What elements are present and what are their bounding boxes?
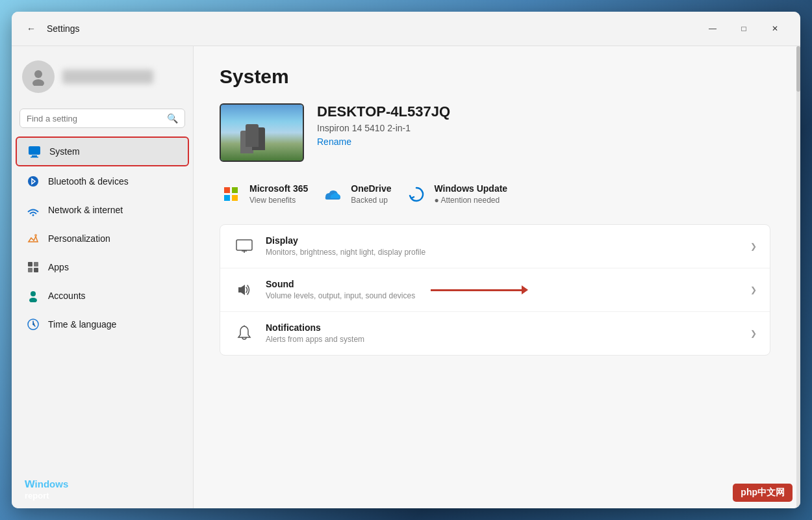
device-image — [220, 103, 304, 162]
settings-card: Display Monitors, brightness, night ligh… — [220, 224, 770, 356]
php-badge: php中文网 — [733, 484, 793, 502]
network-icon — [26, 203, 40, 217]
display-icon — [233, 235, 255, 257]
apps-icon — [26, 260, 40, 274]
sidebar-item-label-personalization: Personalization — [48, 233, 110, 244]
svg-rect-16 — [236, 240, 252, 250]
svg-point-1 — [32, 79, 44, 86]
sidebar-item-accounts[interactable]: Accounts — [16, 282, 189, 309]
sound-arrow-annotation — [431, 285, 528, 294]
svg-point-12 — [31, 291, 36, 296]
winupdate-icon — [405, 183, 428, 206]
device-info: DESKTOP-4L537JQ Inspiron 14 5410 2-in-1 … — [317, 103, 450, 148]
notifications-icon — [233, 322, 255, 344]
sidebar-item-network[interactable]: Network & internet — [16, 196, 189, 224]
sidebar-item-label-accounts: Accounts — [48, 291, 86, 301]
svg-point-13 — [29, 298, 37, 302]
search-icon: 🔍 — [167, 113, 178, 124]
quick-links: Microsoft 365 View benefits OneDrive Bac… — [220, 180, 770, 209]
sidebar-item-label-network: Network & internet — [48, 205, 123, 215]
sound-icon — [233, 279, 255, 301]
winupdate-text: Windows Update ● Attention needed — [435, 183, 508, 205]
maximize-button[interactable]: □ — [729, 18, 759, 39]
svg-rect-11 — [34, 268, 38, 272]
settings-item-sound[interactable]: Sound Volume levels, output, input, soun… — [220, 268, 770, 312]
device-name: DESKTOP-4L537JQ — [317, 103, 450, 120]
content-area: System DESKTOP-4L537JQ Inspiron 14 5410 … — [194, 46, 796, 508]
svg-rect-2 — [29, 146, 40, 155]
back-button[interactable]: ← — [22, 20, 40, 38]
svg-marker-19 — [238, 285, 245, 295]
window-title: Settings — [47, 23, 80, 34]
sidebar-item-time[interactable]: Time & language — [16, 311, 189, 338]
scrollbar[interactable] — [796, 46, 800, 508]
window-controls: — □ ✕ — [698, 18, 790, 39]
ms365-text: Microsoft 365 View benefits — [249, 183, 308, 205]
search-box[interactable]: 🔍 — [19, 109, 185, 128]
scrollbar-thumb[interactable] — [796, 46, 800, 92]
sound-chevron: ❯ — [750, 285, 757, 294]
sidebar-item-label-system: System — [49, 146, 80, 157]
sidebar-item-label-bluetooth: Bluetooth & devices — [48, 176, 129, 187]
display-chevron: ❯ — [750, 242, 757, 251]
personalization-icon — [26, 231, 40, 246]
notifications-text: Notifications Alerts from apps and syste… — [266, 322, 364, 344]
settings-item-display[interactable]: Display Monitors, brightness, night ligh… — [220, 225, 770, 268]
notifications-chevron: ❯ — [750, 329, 757, 338]
sidebar-item-personalization[interactable]: Personalization — [16, 225, 189, 252]
quick-link-ms365[interactable]: Microsoft 365 View benefits — [220, 180, 308, 209]
svg-rect-8 — [28, 262, 32, 266]
settings-window: ← Settings — □ ✕ 🔍 — [12, 12, 800, 508]
accounts-icon — [26, 289, 40, 303]
onedrive-icon — [321, 183, 344, 206]
rename-link[interactable]: Rename — [317, 136, 351, 147]
svg-point-6 — [32, 214, 34, 216]
page-title: System — [220, 66, 770, 88]
svg-point-0 — [34, 70, 42, 78]
device-model: Inspiron 14 5410 2-in-1 — [317, 123, 450, 133]
settings-item-notifications[interactable]: Notifications Alerts from apps and syste… — [220, 312, 770, 355]
user-section — [12, 53, 193, 103]
sidebar-item-label-time: Time & language — [48, 319, 116, 330]
svg-rect-10 — [28, 268, 32, 272]
user-name — [62, 70, 153, 84]
windows-report-logo: windows report — [25, 476, 68, 501]
sound-text: Sound Volume levels, output, input, soun… — [266, 279, 415, 301]
search-input[interactable] — [27, 114, 162, 124]
sidebar-item-apps[interactable]: Apps — [16, 254, 189, 281]
time-icon — [26, 317, 40, 332]
system-icon — [27, 144, 42, 159]
main-area: 🔍 System — [12, 46, 800, 508]
quick-link-winupdate[interactable]: Windows Update ● Attention needed — [405, 180, 508, 209]
avatar — [22, 60, 55, 93]
svg-point-7 — [34, 234, 37, 237]
svg-point-5 — [28, 176, 38, 187]
display-text: Display Monitors, brightness, night ligh… — [266, 235, 425, 257]
onedrive-text: OneDrive Backed up — [351, 183, 391, 205]
titlebar: ← Settings — □ ✕ — [12, 12, 800, 46]
close-button[interactable]: ✕ — [760, 18, 790, 39]
bluetooth-icon — [26, 174, 40, 188]
sidebar-item-label-apps: Apps — [48, 262, 69, 272]
quick-link-onedrive[interactable]: OneDrive Backed up — [321, 180, 391, 209]
sidebar-item-bluetooth[interactable]: Bluetooth & devices — [16, 168, 189, 195]
device-card: DESKTOP-4L537JQ Inspiron 14 5410 2-in-1 … — [220, 103, 770, 162]
minimize-button[interactable]: — — [698, 18, 728, 39]
svg-rect-3 — [32, 155, 37, 157]
sidebar-item-system[interactable]: System — [16, 136, 189, 166]
ms365-icon — [220, 183, 243, 206]
svg-rect-9 — [34, 262, 38, 266]
svg-point-15 — [32, 324, 34, 325]
sidebar: 🔍 System — [12, 46, 194, 508]
svg-rect-4 — [31, 157, 38, 158]
